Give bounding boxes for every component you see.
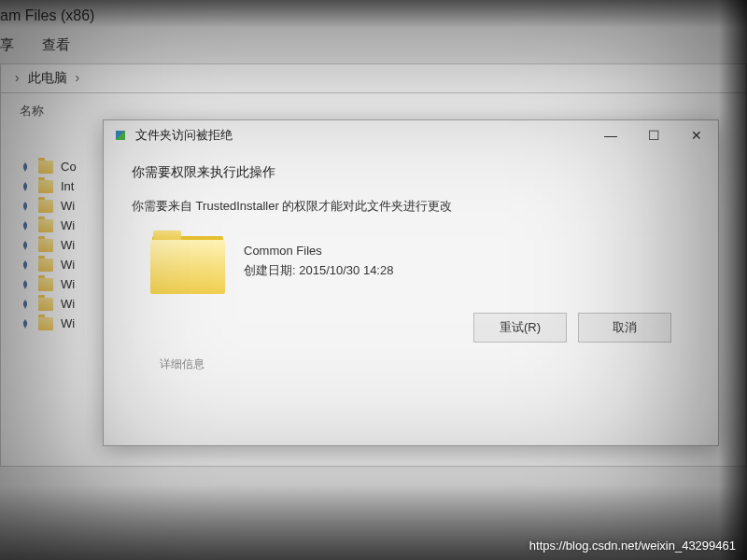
file-name: Wi [61,277,75,291]
folder-icon [38,200,53,213]
folder-icon [38,239,53,252]
minimize-button[interactable]: — [589,120,632,150]
file-name: Wi [61,199,75,213]
folder-icon [38,219,53,232]
list-item[interactable]: Wi [20,196,94,216]
access-denied-dialog: 文件夹访问被拒绝 — ☐ ✕ 你需要权限来执行此操作 你需要来自 Trusted… [103,119,719,446]
list-item[interactable]: Co [20,157,94,176]
folder-icon [38,278,53,291]
folder-icon [38,317,53,330]
close-button[interactable]: ✕ [675,120,718,150]
maximize-icon: ☐ [648,128,660,143]
folder-date: 创建日期: 2015/10/30 14:28 [244,261,393,281]
breadcrumb[interactable]: › 此电脑 › [0,63,747,93]
list-item[interactable]: Wi [20,314,94,333]
dialog-titlebar[interactable]: 文件夹访问被拒绝 — ☐ ✕ [104,120,718,150]
tab-view[interactable]: 查看 [42,36,70,54]
close-icon: ✕ [691,128,702,143]
file-name: Int [61,179,74,193]
dialog-app-icon [113,128,128,143]
list-item[interactable]: Wi [20,274,94,294]
folder-icon [150,229,225,294]
pin-icon [20,240,31,251]
explorer-titlebar: am Files (x86) [0,0,747,32]
ribbon-tabs: 享 查看 [0,32,747,63]
dialog-message: 你需要来自 TrustedInstaller 的权限才能对此文件夹进行更改 [132,198,690,215]
window-title: am Files (x86) [0,7,94,23]
folder-icon [38,180,53,193]
list-item[interactable]: Wi [20,294,94,314]
chevron-right-icon: › [75,70,79,85]
pin-icon [20,161,31,173]
dialog-body: 你需要权限来执行此操作 你需要来自 TrustedInstaller 的权限才能… [104,150,718,382]
file-name: Wi [61,316,75,330]
chevron-right-icon: › [15,70,20,85]
watermark: https://blog.csdn.net/weixin_43299461 [529,539,736,553]
dialog-heading: 你需要权限来执行此操作 [132,164,690,181]
list-item[interactable]: Int [20,176,94,196]
cancel-button[interactable]: 取消 [578,313,671,343]
tab-share[interactable]: 享 [0,36,14,54]
file-name: Wi [61,218,75,232]
pin-icon [20,299,31,310]
folder-icon [38,161,53,174]
folder-icon [38,298,53,311]
minimize-icon: — [604,128,617,143]
maximize-button[interactable]: ☐ [632,120,675,150]
folder-info: Common Files 创建日期: 2015/10/30 14:28 [132,229,690,294]
pin-icon [20,318,31,329]
pin-icon [20,259,31,271]
folder-icon [38,259,53,272]
breadcrumb-item[interactable]: 此电脑 [28,70,67,85]
list-item[interactable]: Wi [20,216,94,235]
list-item[interactable]: Wi [20,255,94,274]
window-controls: — ☐ ✕ [589,120,718,150]
column-header-name[interactable]: 名称 [20,103,94,119]
file-list: Co Int Wi Wi Wi Wi Wi Wi Wi [20,129,94,333]
folder-name: Common Files [244,242,393,261]
file-name: Wi [61,258,75,272]
more-info-link[interactable]: 详细信息 [132,357,690,372]
pin-icon [20,279,31,290]
list-item[interactable]: Wi [20,235,94,255]
file-name: Wi [61,297,75,311]
pin-icon [20,181,31,192]
dialog-buttons: 重试(R) 取消 [132,313,690,343]
retry-button[interactable]: 重试(R) [473,313,567,343]
pin-icon [20,220,31,231]
dialog-title: 文件夹访问被拒绝 [135,127,589,144]
file-name: Wi [61,238,75,252]
pin-icon [20,201,31,212]
file-name: Co [61,160,77,174]
